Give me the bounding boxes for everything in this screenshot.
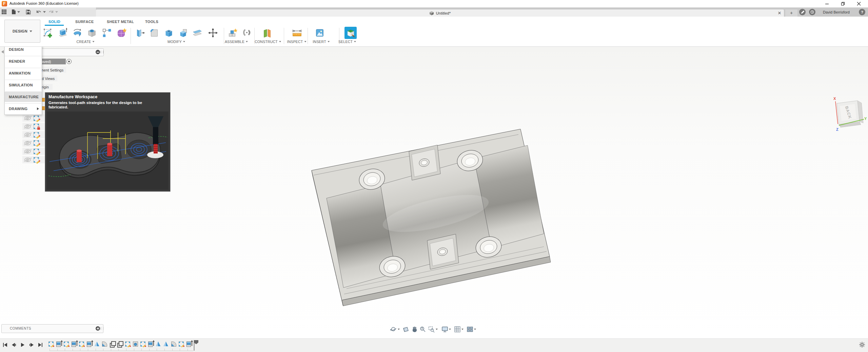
group-assemble[interactable]: ASSEMBLE [225,40,248,44]
timeline-go-to-end-button[interactable] [37,342,43,348]
timeline-feature-fillet[interactable] [171,341,176,347]
timeline-settings-gear-icon[interactable] [859,342,865,348]
menu-item-drawing[interactable]: DRAWING [5,104,42,114]
help-icon[interactable]: ? [859,9,865,15]
viewport-canvas[interactable]: BACK X Y Z [0,47,868,338]
browser-sketch-row[interactable] [22,140,47,147]
timeline-step-forward-button[interactable] [28,342,35,348]
timeline-play-button[interactable] [20,342,26,348]
create-form-icon[interactable] [115,26,127,39]
browser-node-named-views[interactable]: d Views [40,76,57,81]
activate-component-radio[interactable] [66,59,72,64]
browser-sketch-row[interactable] [22,156,47,163]
visibility-eye-off-icon[interactable] [24,158,31,162]
tab-sheet-metal[interactable]: SHEET METAL [107,20,134,24]
timeline-feature-extrude[interactable] [72,341,76,347]
timeline-feature-sketch[interactable] [48,341,54,347]
browser-drag-grip[interactable] [101,50,103,54]
timeline-feature-fillet[interactable] [102,341,107,347]
measure-icon[interactable] [291,26,303,39]
shell-icon[interactable] [163,26,175,39]
browser-sketch-row[interactable] [22,115,47,122]
visibility-eye-off-icon[interactable] [24,124,31,129]
display-settings-icon[interactable] [441,326,449,333]
viewports-dropdown-arrow[interactable] [474,329,476,330]
restore-button[interactable] [838,1,848,7]
menu-item-animation[interactable]: ANIMATION [5,68,42,78]
orbit-dropdown-arrow[interactable] [398,329,400,330]
timeline-position-marker[interactable] [194,340,199,352]
3d-model[interactable] [302,122,559,312]
visibility-eye-off-icon[interactable] [24,132,31,137]
tab-tools[interactable]: TOOLS [145,20,158,24]
timeline-feature-extrude[interactable] [87,341,91,347]
zoom-icon[interactable] [419,326,427,333]
redo-button[interactable] [48,9,58,15]
tab-solid[interactable]: SOLID [48,20,60,24]
timeline-feature-extrude[interactable] [56,341,61,347]
group-modify[interactable]: MODIFY [167,40,185,44]
undo-button[interactable] [36,9,46,15]
joint-icon[interactable] [241,26,253,39]
timeline-feature-sketch[interactable] [79,341,84,347]
group-construct[interactable]: CONSTRUCT [255,40,281,44]
viewports-icon[interactable] [466,326,474,333]
timeline-step-back-button[interactable] [11,342,17,348]
browser-node-document-settings[interactable]: nent Settings [40,67,66,73]
timeline-feature-sketch[interactable] [179,341,184,347]
split-body-icon[interactable] [191,26,203,39]
group-insert[interactable]: INSERT [313,40,330,44]
menu-item-manufacture[interactable]: MANUFACTURE [5,92,42,102]
document-tab-close-icon[interactable]: ✕ [776,10,783,16]
timeline-feature-hole[interactable] [133,341,138,347]
fillet-icon[interactable] [148,26,160,39]
browser-root-node[interactable]: aved) [40,59,66,64]
browser-collapse-icon[interactable] [1,50,4,54]
group-select[interactable]: SELECT [338,40,356,44]
timeline-feature-sketch[interactable] [125,341,130,347]
view-cube[interactable]: BACK X Y Z [827,94,868,133]
timeline-go-to-start-button[interactable] [2,342,8,348]
extrude-icon[interactable] [57,26,69,39]
browser-sketch-row[interactable] [22,123,47,130]
group-inspect[interactable]: INSPECT [287,40,307,44]
group-create[interactable]: CREATE [76,40,94,44]
save-button[interactable] [26,9,31,15]
file-menu-button[interactable] [12,9,20,15]
notifications-clock-icon[interactable] [809,9,815,15]
user-account-button[interactable]: David Berrisford [823,10,850,14]
select-tool-icon[interactable] [344,26,357,39]
data-panel-toggle-icon[interactable] [1,9,7,15]
timeline-feature-mirror[interactable] [163,341,168,346]
close-button[interactable] [854,1,864,7]
combine-icon[interactable] [177,26,190,39]
comments-expand-icon[interactable] [96,326,100,331]
timeline-feature-extrude[interactable] [186,341,191,347]
visibility-eye-off-icon[interactable] [24,149,31,153]
move-copy-icon[interactable] [207,26,219,39]
hole-icon[interactable] [86,26,98,39]
minimize-button[interactable] [822,1,832,7]
insert-image-icon[interactable] [314,26,326,39]
workspace-selector-button[interactable]: DESIGN [4,20,40,43]
browser-minimize-icon[interactable] [96,50,100,54]
create-sketch-icon[interactable] [42,26,54,39]
timeline-feature-sketch[interactable] [64,341,69,347]
press-pull-icon[interactable] [134,26,146,39]
look-at-icon[interactable] [402,326,410,333]
timeline-feature-sketch[interactable] [140,341,145,347]
timeline-feature-extrude[interactable] [148,341,153,347]
timeline-feature-pattern[interactable] [110,343,115,348]
new-component-icon[interactable] [226,26,239,39]
document-tab[interactable]: Untitled* [96,9,784,17]
menu-item-simulation[interactable]: SIMULATION [5,80,42,90]
pan-icon[interactable] [411,326,418,333]
rectangular-pattern-icon[interactable] [101,26,113,39]
grid-settings-icon[interactable] [454,326,461,333]
zoom-window-dropdown-arrow[interactable] [436,329,438,330]
comments-bar[interactable]: COMMENTS [1,324,103,333]
timeline-feature-mirror[interactable] [95,341,99,346]
zoom-window-icon[interactable] [428,326,435,333]
timeline-feature-pattern[interactable] [117,343,122,348]
visibility-eye-off-icon[interactable] [24,141,31,145]
